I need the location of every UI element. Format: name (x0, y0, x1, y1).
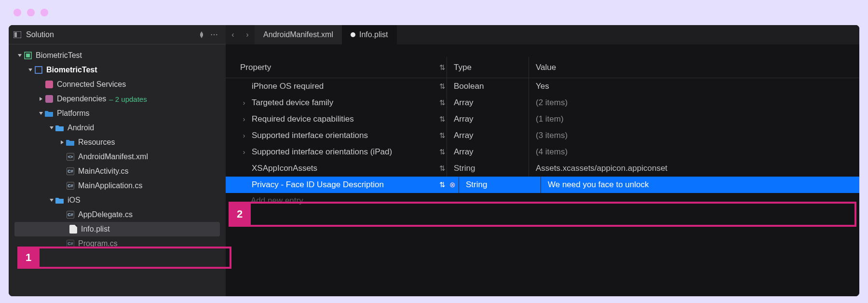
stepper-icon[interactable]: ⇅ (438, 148, 447, 156)
expand-icon[interactable]: › (240, 132, 248, 139)
dependencies-icon (44, 95, 54, 103)
svg-rect-1 (14, 32, 17, 37)
stepper-icon[interactable]: ⇅ (438, 115, 447, 124)
plist-row[interactable]: ›Required device capabilities⇅Array(1 it… (226, 111, 859, 127)
tab-label: Info.plist (359, 30, 388, 39)
tree-platforms[interactable]: Platforms (9, 106, 226, 121)
tree-label: Resources (78, 138, 115, 147)
property-value[interactable]: (4 items) (536, 147, 568, 157)
ide-window: Solution ⋯ BiometricTest (9, 25, 859, 296)
tree-label: Info.plist (81, 225, 110, 234)
nav-forward-icon[interactable]: › (240, 25, 255, 44)
tree-label: Platforms (57, 109, 90, 118)
tree-ios[interactable]: iOS (9, 193, 226, 207)
stepper-icon[interactable]: ⇅ (438, 131, 447, 140)
expand-icon[interactable]: › (240, 99, 248, 107)
svg-rect-4 (35, 67, 42, 73)
traffic-min-icon[interactable] (27, 9, 35, 16)
svg-rect-3 (26, 54, 30, 57)
nav-back-icon[interactable]: ‹ (226, 25, 240, 44)
more-icon[interactable]: ⋯ (207, 30, 221, 39)
expand-icon[interactable] (27, 69, 34, 71)
connected-services-icon (44, 81, 54, 88)
property-type[interactable]: Boolean (454, 82, 484, 91)
stepper-icon[interactable]: ⇅ (438, 164, 447, 173)
stepper-icon[interactable]: ⇅ (438, 82, 447, 91)
folder-open-icon (55, 124, 65, 131)
plist-editor: Property ⇅ Type Value iPhone OS required… (226, 44, 859, 296)
delete-icon[interactable]: ⊗ (447, 180, 459, 189)
expand-icon[interactable]: › (240, 115, 248, 123)
cs-file-icon: C# (66, 167, 75, 175)
expand-icon[interactable] (38, 97, 44, 101)
tree-mainactivity[interactable]: C# MainActivity.cs (9, 164, 226, 179)
plist-row[interactable]: Privacy - Face ID Usage Description⇅⊗Str… (226, 177, 859, 193)
expand-icon[interactable] (48, 199, 55, 202)
tree-mainapplication[interactable]: C# MainApplication.cs (9, 179, 226, 193)
plist-row[interactable]: XSAppIconAssets⇅StringAssets.xcassets/ap… (226, 160, 859, 177)
expand-icon[interactable] (48, 126, 55, 129)
add-new-entry[interactable]: Add new entry (226, 193, 859, 208)
traffic-close-icon[interactable] (14, 9, 21, 16)
tree-label: Android (68, 124, 94, 132)
tree-appdelegate[interactable]: C# AppDelegate.cs (9, 207, 226, 222)
folder-icon (44, 110, 54, 117)
traffic-max-icon[interactable] (41, 9, 48, 16)
dirty-indicator-icon (351, 32, 355, 37)
plist-file-icon (68, 225, 78, 234)
col-value-header[interactable]: Value (536, 63, 556, 72)
property-name: XSAppIconAssets (252, 164, 438, 173)
col-property-header[interactable]: Property (240, 63, 271, 72)
tree-label: AndroidManifest.xml (78, 152, 148, 161)
property-type[interactable]: Array (454, 131, 474, 140)
tree-android-manifest[interactable]: <> AndroidManifest.xml (9, 150, 226, 164)
tree-label: Program.cs (78, 239, 118, 248)
expand-icon[interactable] (59, 140, 66, 144)
tree-android-resources[interactable]: Resources (9, 135, 226, 150)
expand-icon[interactable] (38, 112, 44, 115)
stepper-icon[interactable]: ⇅ (438, 98, 447, 107)
tree-dependencies[interactable]: Dependencies – 2 updates (9, 92, 226, 106)
property-name: iPhone OS required (252, 82, 438, 91)
tree-label: AppDelegate.cs (78, 210, 133, 219)
tree-connected-services[interactable]: Connected Services (9, 77, 226, 92)
plist-row[interactable]: iPhone OS required⇅BooleanYes (226, 78, 859, 95)
property-type[interactable]: Array (454, 114, 474, 124)
stepper-icon[interactable]: ⇅ (438, 180, 447, 189)
pin-icon[interactable] (196, 31, 207, 38)
property-value[interactable]: Assets.xcassets/appicon.appiconset (536, 164, 667, 173)
expand-icon[interactable] (16, 54, 23, 57)
tree-solution-root[interactable]: BiometricTest (9, 48, 226, 63)
tree-label: MainApplication.cs (78, 181, 142, 190)
property-value[interactable]: We need you face to unlock (548, 180, 649, 190)
col-type-header[interactable]: Type (454, 63, 472, 72)
plist-header-row: Property ⇅ Type Value (226, 57, 859, 78)
tree-project[interactable]: BiometricTest (9, 63, 226, 77)
expand-icon[interactable]: › (240, 148, 248, 156)
property-name: Required device capabilities (252, 114, 438, 124)
property-type[interactable]: Array (454, 98, 474, 108)
tab-androidmanifest[interactable]: AndroidManifest.xml (255, 25, 342, 44)
tree-android[interactable]: Android (9, 121, 226, 135)
tree-label: Dependencies (57, 95, 106, 103)
editor-area: ‹ › AndroidManifest.xml Info.plist Prope… (226, 25, 859, 296)
property-value[interactable]: (1 item) (536, 114, 564, 124)
tab-infoplist[interactable]: Info.plist (342, 25, 397, 44)
solution-panel-header: Solution ⋯ (9, 25, 226, 44)
property-value[interactable]: Yes (536, 82, 549, 91)
property-type[interactable]: Array (454, 147, 474, 157)
property-type[interactable]: String (454, 164, 475, 173)
property-type[interactable]: String (466, 180, 487, 190)
plist-row[interactable]: ›Supported interface orientations⇅Array(… (226, 127, 859, 144)
plist-row[interactable]: ›Supported interface orientations (iPad)… (226, 144, 859, 160)
property-value[interactable]: (2 items) (536, 98, 568, 108)
tree-program[interactable]: C# Program.cs (9, 236, 226, 251)
sort-icon[interactable]: ⇅ (438, 63, 447, 72)
tab-bar: ‹ › AndroidManifest.xml Info.plist (226, 25, 859, 44)
plist-row[interactable]: ›Targeted device family⇅Array(2 items) (226, 95, 859, 111)
tree-infoplist[interactable]: Info.plist (14, 222, 220, 236)
cs-file-icon: C# (66, 240, 75, 248)
tree-label: BiometricTest (36, 51, 82, 60)
property-name: Supported interface orientations (iPad) (252, 147, 438, 157)
property-value[interactable]: (3 items) (536, 131, 568, 140)
